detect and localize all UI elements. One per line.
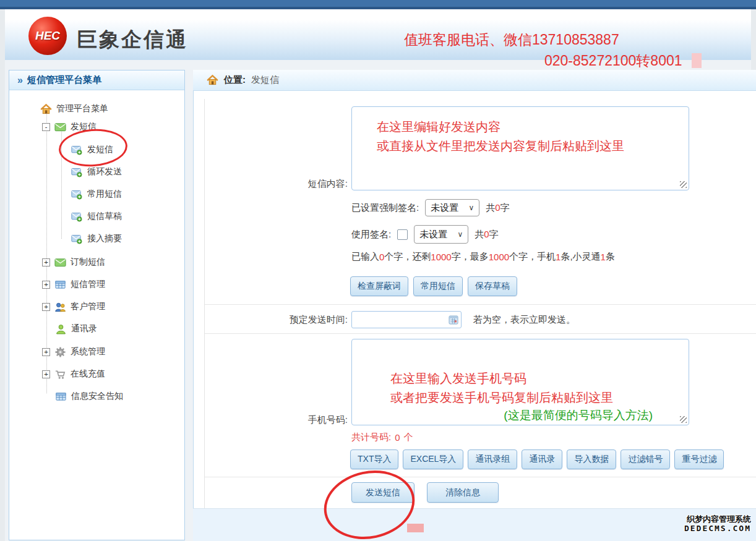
mail-add-icon	[71, 166, 83, 178]
use-signature-row: 使用签名: 未设置 ∨ 共0字	[351, 225, 499, 244]
sidebar-item-label: 管理平台菜单	[56, 103, 108, 114]
sidebar-item-label: 在线充值	[71, 368, 105, 380]
redaction-mark-bottom	[407, 524, 424, 532]
total-numbers-suffix: 个	[404, 432, 413, 443]
total-numbers-count: 0	[395, 432, 400, 443]
expand-icon[interactable]: +	[42, 348, 50, 356]
separator	[205, 333, 756, 334]
separator	[205, 304, 756, 305]
expand-icon[interactable]: +	[42, 303, 50, 311]
sidebar-item-contacts[interactable]: 通讯录	[55, 322, 97, 336]
forced-signature-select[interactable]: 未设置 ∨	[425, 199, 479, 216]
sidebar-item-online-recharge[interactable]: + 在线充值	[42, 367, 105, 381]
mail-add-icon	[71, 189, 83, 200]
sidebar-item-platform-menu[interactable]: 管理平台菜单	[40, 101, 108, 116]
sms-content-textarea[interactable]: 在这里编辑好发送内容 或直接从文件里把发送内容复制后粘贴到这里	[351, 106, 689, 190]
total-numbers-prefix: 共计号码:	[351, 432, 391, 443]
sidebar-item-system-management[interactable]: + 系统管理	[42, 344, 105, 359]
sidebar-item-label: 接入摘要	[87, 233, 122, 244]
forced-signature-label: 已设置强制签名:	[351, 202, 419, 214]
sidebar-item-security-notice[interactable]: 信息安全告知	[55, 389, 123, 404]
separator	[205, 477, 756, 477]
char-counter-line: 已输入0个字，还剩1000字，最多1000个字，手机1条,小灵通1条	[351, 251, 615, 263]
sidebar-item-custom-sms[interactable]: + 订制短信	[42, 255, 105, 270]
schedule-time-label: 预定发送时间:	[260, 314, 348, 326]
sidebar-item-access-summary[interactable]: 接入摘要	[71, 231, 122, 246]
sidebar-item-label: 客户管理	[71, 301, 105, 312]
forced-signature-count: 共0字	[486, 202, 509, 214]
house-icon	[40, 103, 52, 115]
forced-signature-value: 未设置	[431, 202, 458, 214]
redaction-mark-top	[692, 53, 702, 68]
sidebar-title: 短信管理平台菜单	[27, 74, 101, 86]
mail-icon	[54, 121, 66, 133]
contacts-button[interactable]: 通讯录	[522, 449, 562, 469]
user-icon	[55, 323, 67, 335]
sidebar-item-sms-draft[interactable]: 短信草稿	[71, 209, 122, 224]
expand-icon[interactable]: +	[42, 258, 50, 266]
form-left-border	[204, 99, 205, 508]
table-icon	[55, 391, 67, 403]
cart-icon	[54, 368, 66, 380]
users-icon	[54, 301, 66, 313]
txt-import-button[interactable]: TXT导入	[350, 449, 398, 469]
total-numbers-line: 共计号码: 0 个	[351, 432, 413, 443]
mail-add-icon	[71, 233, 83, 245]
breadcrumb: 位置: 发短信	[193, 70, 756, 91]
chevron-down-icon: ∨	[457, 230, 463, 239]
sidebar-item-label: 系统管理	[71, 346, 105, 357]
sms-content-hint-line1: 在这里编辑好发送内容	[377, 117, 682, 137]
phone-numbers-textarea[interactable]: 在这里输入发送手机号码 或者把要发送手机号码复制后粘贴到这里 (这是最简便的号码…	[351, 339, 689, 425]
use-signature-checkbox[interactable]	[397, 229, 408, 240]
clear-info-button[interactable]: 清除信息	[427, 482, 499, 503]
common-sms-button[interactable]: 常用短信	[413, 276, 463, 296]
sidebar-item-label: 订制短信	[71, 257, 105, 268]
brand-title: 巨象企信通	[77, 26, 188, 54]
contact-phone-line2: 020-85272100转8001	[544, 51, 682, 70]
top-bar	[0, 0, 756, 7]
double-chevron-icon: »	[17, 75, 23, 86]
sidebar-item-label: 循环发送	[87, 166, 122, 177]
cms-watermark: 织梦内容管理系统 DEDECMS.COM	[684, 514, 751, 533]
sidebar-item-label: 通讯录	[71, 323, 97, 334]
forced-signature-row: 已设置强制签名: 未设置 ∨ 共0字	[351, 199, 510, 216]
use-signature-select[interactable]: 未设置 ∨	[414, 225, 468, 244]
use-signature-value: 未设置	[419, 229, 447, 241]
cms-watermark-line1: 织梦内容管理系统	[684, 514, 751, 524]
phone-hint-line2: 或者把要发送手机号码复制后粘贴到这里	[390, 388, 682, 407]
page: HEC 巨象企信通 值班客服电话、微信13710853887 020-85272…	[0, 0, 756, 541]
hec-logo-text: HEC	[35, 29, 60, 43]
contact-phone-line1: 值班客服电话、微信13710853887	[404, 30, 619, 49]
resize-handle-icon[interactable]	[680, 181, 687, 188]
check-blocked-words-button[interactable]: 检查屏蔽词	[350, 276, 408, 296]
dedupe-numbers-button[interactable]: 重号过滤	[674, 449, 724, 469]
excel-import-button[interactable]: EXCEL导入	[403, 449, 463, 469]
phone-button-row: TXT导入 EXCEL导入 通讯录组 通讯录 导入数据 过滤错号 重号过滤	[350, 449, 724, 469]
use-signature-label: 使用签名:	[351, 229, 391, 241]
save-draft-button[interactable]: 保存草稿	[468, 276, 517, 296]
sidebar-item-label: 短信草稿	[87, 211, 122, 222]
mail-icon	[54, 257, 66, 268]
breadcrumb-label: 位置:	[224, 74, 246, 86]
phone-hint-line3: (这是最简便的号码导入方法)	[390, 407, 682, 424]
expand-icon[interactable]: +	[42, 281, 50, 289]
sidebar-item-loop-send[interactable]: 循环发送	[71, 164, 122, 179]
phone-hint-line1: 在这里输入发送手机号码	[390, 369, 682, 388]
calendar-icon[interactable]	[449, 315, 458, 325]
expand-icon[interactable]: +	[42, 370, 50, 378]
schedule-time-input[interactable]	[351, 311, 462, 328]
sidebar-item-customer-management[interactable]: + 客户管理	[42, 299, 105, 314]
schedule-hint: 若为空，表示立即发送。	[473, 314, 575, 326]
chevron-down-icon: ∨	[468, 203, 474, 212]
use-signature-count: 共0字	[475, 229, 498, 241]
phone-numbers-label: 手机号码:	[260, 414, 348, 426]
resize-handle-icon[interactable]	[680, 416, 687, 423]
gear-icon	[54, 346, 66, 358]
sidebar-item-common-sms[interactable]: 常用短信	[71, 187, 122, 202]
contact-group-button[interactable]: 通讯录组	[468, 449, 517, 469]
filter-wrong-numbers-button[interactable]: 过滤错号	[621, 449, 670, 469]
sidebar-item-sms-management[interactable]: + 短信管理	[42, 277, 105, 292]
import-data-button[interactable]: 导入数据	[567, 449, 616, 469]
collapse-icon[interactable]: -	[42, 123, 50, 131]
cms-watermark-line2: DEDECMS.COM	[684, 524, 751, 533]
